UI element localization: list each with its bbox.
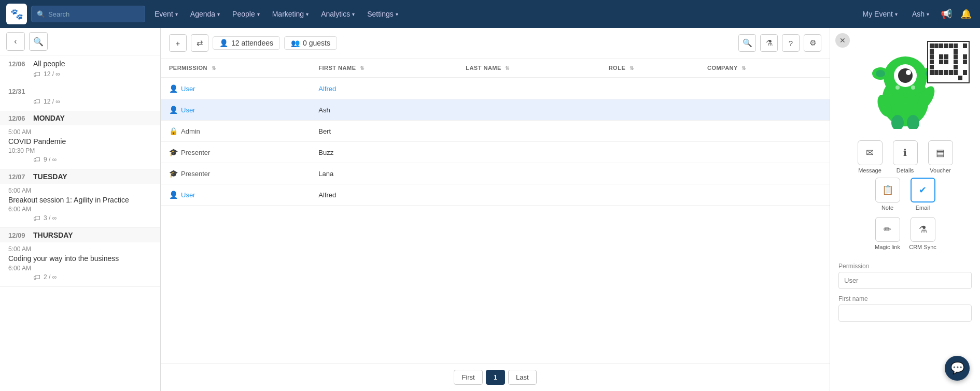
sidebar-item-all-people[interactable]: 12/06 All people 🏷 12 / ∞ — [0, 55, 160, 83]
permission-value: Presenter — [181, 170, 210, 178]
bell-icon[interactable]: 🔔 — [958, 6, 974, 22]
guests-icon: 👥 — [291, 39, 300, 47]
nav-marketing[interactable]: Marketing ▾ — [267, 7, 314, 21]
last-name-cell — [457, 142, 600, 163]
note-icon: 📋 — [875, 178, 900, 202]
magic-link-icon: ✏ — [875, 217, 900, 242]
back-button[interactable]: ‹ — [6, 32, 25, 51]
table-search-button[interactable]: 🔍 — [738, 34, 756, 52]
tag-count: 2 / ∞ — [44, 273, 57, 281]
first-name-cell[interactable]: Alfred — [310, 78, 457, 99]
panel-form: Permission First name — [830, 256, 980, 334]
first-name-field[interactable] — [838, 305, 972, 322]
pagination: First 1 Last — [161, 363, 830, 391]
right-panel: ✕ — [830, 28, 980, 391]
permission-type-icon: 👤 — [169, 191, 178, 199]
permission-type-icon: 👤 — [169, 84, 178, 93]
magic-link-button[interactable]: ✏ Magic link — [872, 217, 903, 250]
table-row[interactable]: 🎓 Presenter Buzz — [161, 142, 830, 163]
first-name-cell: Buzz — [310, 142, 457, 163]
chat-bubble-button[interactable]: 💬 — [945, 356, 970, 381]
sort-icon: ⇅ — [629, 65, 634, 71]
table-row[interactable]: 🔒 Admin Bert — [161, 121, 830, 142]
my-event-dropdown[interactable]: My Event ▾ — [858, 7, 903, 21]
col-first-name[interactable]: FIRST NAME ⇅ — [310, 59, 457, 78]
sidebar-day-tuesday: 12/07 TUESDAY — [0, 169, 160, 184]
user-dropdown[interactable]: Ash ▾ — [907, 7, 934, 21]
day-name-label: THURSDAY — [33, 231, 73, 239]
message-label: Message — [858, 167, 881, 173]
settings-button[interactable]: ⚙ — [804, 34, 821, 52]
nav-event[interactable]: Event ▾ — [149, 7, 183, 21]
search-input[interactable] — [48, 10, 139, 18]
panel-mascot-area — [830, 28, 980, 134]
event-start-time: 5:00 AM — [8, 187, 152, 194]
megaphone-icon[interactable]: 📢 — [939, 6, 954, 22]
col-company[interactable]: COMPANY ⇅ — [699, 59, 830, 78]
event-start-time: 5:00 AM — [8, 245, 152, 253]
sidebar-event-coding[interactable]: 5:00 AM Coding your way into the busines… — [0, 242, 160, 286]
permission-value: User — [181, 85, 195, 93]
last-name-cell — [457, 78, 600, 99]
first-page-button[interactable]: First — [454, 370, 482, 385]
company-cell — [699, 99, 830, 121]
main-layout: ‹ 🔍 12/06 All people 🏷 12 / ∞ 12/31 — [0, 28, 980, 391]
nav-menu: Event ▾ Agenda ▾ People ▾ Marketing ▾ An… — [149, 7, 853, 21]
attendee-icon: 👤 — [219, 39, 228, 47]
date-label: 12/06 — [8, 114, 27, 122]
message-action-button[interactable]: ✉ Message — [855, 140, 886, 173]
role-cell — [600, 99, 699, 121]
app-logo[interactable]: 🐾 — [6, 4, 27, 24]
day-name-label: MONDAY — [33, 114, 65, 122]
email-icon: ✔ — [911, 178, 935, 202]
attendees-table-container: PERMISSION ⇅ FIRST NAME ⇅ LAST NAME ⇅ — [161, 59, 830, 363]
col-last-name[interactable]: LAST NAME ⇅ — [457, 59, 600, 78]
event-end-time: 10:30 PM — [8, 147, 152, 154]
first-name-value: Buzz — [318, 149, 333, 156]
tag-count: 12 / ∞ — [44, 98, 60, 105]
table-row[interactable]: 👤 User Alfred — [161, 78, 830, 99]
nav-people[interactable]: People ▾ — [227, 7, 265, 21]
company-cell — [699, 121, 830, 142]
col-permission[interactable]: PERMISSION ⇅ — [161, 59, 310, 78]
sidebar-event-breakout[interactable]: 5:00 AM Breakout session 1: Agility in P… — [0, 184, 160, 228]
voucher-action-button[interactable]: ▤ Voucher — [925, 140, 956, 173]
add-attendee-button[interactable]: + — [169, 34, 187, 52]
svg-point-4 — [876, 70, 885, 77]
nav-agenda[interactable]: Agenda ▾ — [185, 7, 225, 21]
content-toolbar: + ⇄ 👤 12 attendees 👥 0 guests 🔍 ⚗ ? ⚙ — [161, 28, 830, 59]
filter-button[interactable]: ⚗ — [760, 34, 778, 52]
crm-sync-button[interactable]: ⚗ CRM Sync — [907, 217, 939, 250]
table-row[interactable]: 👤 User Ash — [161, 99, 830, 121]
last-name-cell — [457, 99, 600, 121]
permission-value: User — [181, 191, 195, 199]
shuffle-button[interactable]: ⇄ — [191, 34, 208, 52]
guests-count: 0 guests — [303, 39, 330, 47]
first-name-value: Ash — [318, 106, 330, 114]
email-action-button[interactable]: ✔ Email — [907, 178, 939, 211]
nav-settings[interactable]: Settings ▾ — [362, 7, 403, 21]
details-action-button[interactable]: ℹ Details — [890, 140, 921, 173]
permission-type-icon: 🎓 — [169, 148, 178, 156]
svg-point-9 — [895, 85, 900, 90]
section-title: All people — [33, 60, 65, 68]
nav-analytics[interactable]: Analytics ▾ — [316, 7, 360, 21]
last-name-cell — [457, 163, 600, 184]
day-name-label: TUESDAY — [33, 172, 67, 181]
sidebar-item-1231[interactable]: 12/31 🏷 12 / ∞ — [0, 83, 160, 111]
sidebar-event-covid[interactable]: 5:00 AM COVID Pandemie 10:30 PM 🏷 9 / ∞ — [0, 125, 160, 169]
role-cell — [600, 121, 699, 142]
help-button[interactable]: ? — [782, 34, 800, 52]
note-action-button[interactable]: 📋 Note — [872, 178, 903, 211]
search-box[interactable]: 🔍 — [31, 6, 145, 22]
permission-field[interactable] — [838, 272, 972, 289]
table-row[interactable]: 👤 User Alfred — [161, 184, 830, 206]
page-1-button[interactable]: 1 — [486, 370, 505, 385]
table-row[interactable]: 🎓 Presenter Lana — [161, 163, 830, 184]
col-role[interactable]: ROLE ⇅ — [600, 59, 699, 78]
search-button[interactable]: 🔍 — [29, 32, 48, 51]
last-page-button[interactable]: Last — [508, 370, 537, 385]
tag-icon: 🏷 — [33, 70, 40, 78]
sidebar-header: ‹ 🔍 — [0, 28, 160, 55]
panel-close-button[interactable]: ✕ — [835, 33, 850, 48]
